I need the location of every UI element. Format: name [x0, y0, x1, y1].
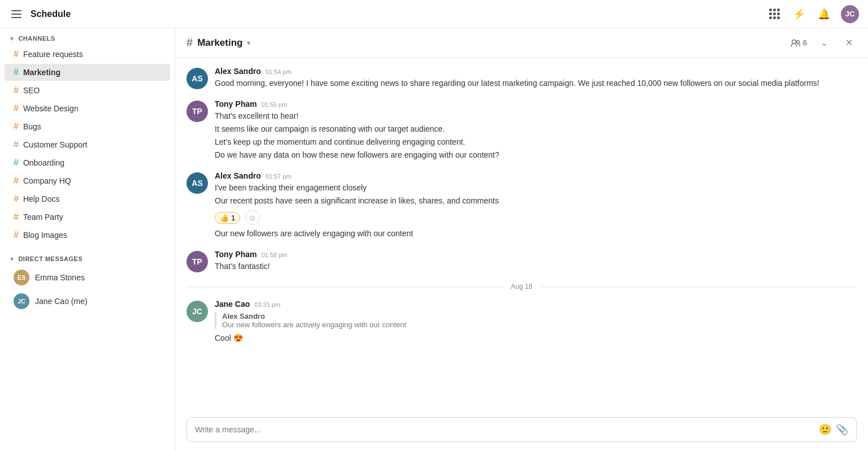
hash-icon: #	[14, 176, 19, 186]
channels-chevron-icon: ▼	[9, 36, 15, 42]
message-text: Cool 😍	[215, 332, 857, 344]
message-header: Alex Sandro 01:57 pm	[215, 171, 857, 180]
message-author: Alex Sandro	[215, 171, 261, 180]
message-time: 01:54 pm	[266, 68, 292, 75]
main-layout: ▼ CHANNELS # Feature requests # Marketin…	[0, 28, 868, 451]
hash-icon: #	[14, 230, 19, 240]
message-input[interactable]	[195, 425, 814, 434]
hash-icon: #	[14, 122, 19, 132]
message-header: Jane Cao 03:31 pm	[215, 300, 857, 309]
quote-author: Alex Sandro	[222, 312, 857, 320]
message-time: 01:57 pm	[266, 173, 292, 180]
reaction-thumbsup[interactable]: 👍 1	[215, 212, 240, 224]
reactions-row: 👍 1 ☺	[215, 210, 857, 225]
grid-icon[interactable]	[766, 6, 782, 22]
chat-area: # Marketing ▾ 6 ⌄ ✕	[175, 28, 868, 451]
channel-dropdown-icon[interactable]: ▾	[247, 39, 250, 47]
messages-list: AS Alex Sandro 01:54 pm Good morning, ev…	[175, 58, 868, 410]
avatar: TP	[186, 251, 208, 272]
channel-name: Marketing	[197, 37, 242, 49]
hash-icon: #	[14, 85, 19, 96]
message-group: AS Alex Sandro 01:57 pm I've been tracki…	[186, 171, 857, 241]
attachment-icon[interactable]: 📎	[836, 423, 848, 436]
message-group: AS Alex Sandro 01:54 pm Good morning, ev…	[186, 67, 857, 90]
sidebar-item-company-hq[interactable]: # Company HQ	[5, 172, 170, 189]
hash-icon: #	[14, 67, 19, 77]
dm-section-header[interactable]: ▼ DIRECT MESSAGES	[0, 249, 175, 266]
dm-item-emma[interactable]: ES Emma Stones	[5, 266, 170, 289]
topbar-icons: ⚡ 🔔 JC	[766, 5, 859, 23]
date-label: Aug 18	[511, 283, 532, 290]
sidebar-item-feature-requests[interactable]: # Feature requests	[5, 46, 170, 63]
message-group: TP Tony Pham 01:55 pm That's excellent t…	[186, 99, 857, 162]
date-divider: Aug 18	[186, 283, 857, 290]
message-text: Our new followers are actively engaging …	[215, 228, 857, 240]
hash-icon: #	[14, 140, 19, 150]
message-time: 01:55 pm	[261, 101, 287, 108]
message-content: Alex Sandro 01:57 pm I've been tracking …	[215, 171, 857, 241]
message-text: Good morning, everyone! I have some exci…	[215, 77, 857, 89]
dm-item-jane[interactable]: JC Jane Cao (me)	[5, 290, 170, 313]
sidebar-item-seo[interactable]: # SEO	[5, 82, 170, 99]
message-content: Tony Pham 01:58 pm That's fantastic!	[215, 250, 857, 274]
message-group: JC Jane Cao 03:31 pm Alex Sandro Our new…	[186, 300, 857, 345]
sidebar-item-customer-support[interactable]: # Customer Support	[5, 136, 170, 153]
message-text: Do we have any data on how these new fol…	[215, 149, 857, 161]
avatar: AS	[186, 172, 208, 194]
topbar: Schedule ⚡ 🔔 JC	[0, 0, 868, 28]
message-header: Tony Pham 01:55 pm	[215, 99, 857, 109]
jane-avatar: JC	[14, 293, 29, 309]
sidebar-item-bugs[interactable]: # Bugs	[5, 118, 170, 135]
collapse-icon[interactable]: ⌄	[816, 35, 832, 51]
dm-chevron-icon: ▼	[9, 256, 15, 262]
svg-point-1	[796, 40, 799, 43]
message-content: Tony Pham 01:55 pm That's excellent to h…	[215, 99, 857, 162]
message-content: Alex Sandro 01:54 pm Good morning, every…	[215, 67, 857, 90]
user-avatar[interactable]: JC	[841, 5, 859, 23]
app-title: Schedule	[31, 9, 760, 19]
message-time: 03:31 pm	[254, 301, 280, 308]
sidebar: ▼ CHANNELS # Feature requests # Marketin…	[0, 28, 175, 451]
add-reaction-button[interactable]: ☺	[245, 210, 260, 225]
hash-icon: #	[14, 49, 19, 59]
message-text: Let's keep up the momentum and continue …	[215, 136, 857, 148]
quote-block: Alex Sandro Our new followers are active…	[215, 312, 857, 329]
hash-icon: #	[14, 194, 19, 204]
sidebar-item-website-design[interactable]: # Website Design	[5, 100, 170, 117]
message-header: Alex Sandro 01:54 pm	[215, 67, 857, 76]
menu-button[interactable]	[9, 8, 24, 20]
avatar: TP	[186, 101, 208, 122]
emma-avatar: ES	[14, 270, 29, 285]
message-group: TP Tony Pham 01:58 pm That's fantastic!	[186, 250, 857, 274]
hash-icon: #	[14, 212, 19, 222]
message-text: That's excellent to hear!	[215, 110, 857, 122]
message-content: Jane Cao 03:31 pm Alex Sandro Our new fo…	[215, 300, 857, 345]
message-text: It seems like our campaign is resonating…	[215, 123, 857, 135]
message-author: Alex Sandro	[215, 67, 261, 76]
bolt-icon[interactable]: ⚡	[791, 6, 807, 22]
message-author: Jane Cao	[215, 300, 250, 309]
avatar: AS	[186, 68, 208, 89]
sidebar-item-blog-images[interactable]: # Blog Images	[5, 227, 170, 244]
channels-section-header[interactable]: ▼ CHANNELS	[0, 28, 175, 45]
chat-input-wrapper: 🙂 📎	[186, 417, 857, 442]
message-text: Our recent posts have seen a significant…	[215, 195, 857, 207]
message-text: That's fantastic!	[215, 261, 857, 272]
chat-header-right: 6 ⌄ ✕	[791, 35, 857, 51]
sidebar-item-onboarding[interactable]: # Onboarding	[5, 154, 170, 171]
members-count[interactable]: 6	[791, 38, 807, 47]
message-header: Tony Pham 01:58 pm	[215, 250, 857, 259]
avatar: JC	[186, 301, 208, 322]
message-author: Tony Pham	[215, 99, 257, 109]
sidebar-item-marketing[interactable]: # Marketing	[5, 64, 170, 81]
hash-icon: #	[14, 158, 19, 168]
bell-icon[interactable]: 🔔	[816, 6, 832, 22]
emoji-icon[interactable]: 🙂	[819, 423, 831, 436]
channel-hash-icon: #	[186, 36, 193, 49]
message-text: I've been tracking their engagement clos…	[215, 182, 857, 194]
close-icon[interactable]: ✕	[841, 35, 857, 51]
sidebar-item-help-docs[interactable]: # Help Docs	[5, 190, 170, 207]
chat-header: # Marketing ▾ 6 ⌄ ✕	[175, 28, 868, 58]
sidebar-item-team-party[interactable]: # Team Party	[5, 209, 170, 226]
chat-input-area: 🙂 📎	[175, 410, 868, 451]
